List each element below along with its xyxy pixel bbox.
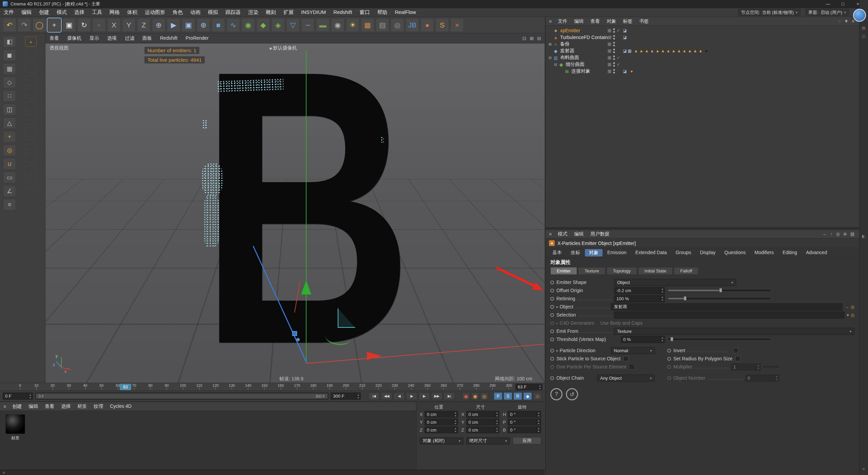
- spinner-arrows-icon[interactable]: ▲▼: [453, 411, 458, 417]
- attribute-tab[interactable]: Advanced: [802, 249, 831, 256]
- object-tags[interactable]: ◪: [623, 69, 628, 74]
- coordinate-field[interactable]: 0 ° ▲▼: [508, 419, 541, 425]
- object-row-cloth-surface[interactable]: ⊟ ▥ 布料曲面 ✓: [546, 54, 859, 61]
- material-list[interactable]: 材质: [0, 411, 416, 470]
- anim-dot-icon[interactable]: [667, 349, 671, 353]
- spinner-arrows-icon[interactable]: ▲▼: [494, 411, 499, 417]
- x-axis-lock-icon[interactable]: X: [107, 18, 121, 32]
- enable-check-icon[interactable]: ✓: [617, 62, 622, 67]
- offset-origin-field[interactable]: -0.2 cm ▲▼: [614, 287, 665, 294]
- record-keyframe-button[interactable]: ◉: [462, 392, 470, 400]
- object-manager-menu-item[interactable]: 文件: [554, 18, 571, 24]
- object-label[interactable]: 细分曲面: [566, 61, 585, 68]
- panel-menu-icon[interactable]: ≡: [3, 404, 6, 409]
- spinner-arrows-icon[interactable]: ▲▼: [453, 427, 458, 433]
- menu-item[interactable]: 模拟: [204, 9, 222, 16]
- palette-slot[interactable]: [25, 101, 37, 111]
- array-icon[interactable]: ▤: [376, 18, 389, 32]
- layout-tab-icon[interactable]: ≡: [861, 467, 866, 471]
- material-name[interactable]: 材质: [5, 435, 25, 441]
- viewport-menu-item[interactable]: 选项: [103, 35, 121, 41]
- history-back-icon[interactable]: ←: [823, 231, 827, 236]
- chevron-down-icon[interactable]: ▾: [847, 312, 849, 318]
- edges-mode-icon[interactable]: ◫: [3, 104, 16, 115]
- spinner-arrows-icon[interactable]: ▲▼: [536, 411, 541, 417]
- visibility-dots-icon[interactable]: [613, 35, 615, 40]
- palette-slot[interactable]: [25, 166, 37, 176]
- viewport-menu-item[interactable]: 显示: [85, 35, 103, 41]
- redo-icon[interactable]: ↷: [18, 18, 31, 32]
- menu-item[interactable]: 体积: [123, 9, 141, 16]
- material-thumbnail[interactable]: [5, 414, 25, 434]
- expander-toggle[interactable]: ⊟: [553, 62, 558, 67]
- anim-dot-icon[interactable]: [550, 329, 554, 333]
- menu-item[interactable]: 运动图形: [141, 9, 169, 16]
- coordinate-field[interactable]: 0 cm ▲▼: [425, 426, 458, 433]
- palette-slot[interactable]: [25, 114, 37, 124]
- menu-item[interactable]: 跟踪器: [222, 9, 244, 16]
- attribute-menu-item[interactable]: 编辑: [571, 231, 587, 237]
- retiming-slider[interactable]: [668, 296, 770, 301]
- anim-dot-icon[interactable]: [550, 289, 554, 292]
- points-mode-icon[interactable]: ∷: [3, 90, 16, 102]
- spinner-arrows-icon[interactable]: ▲▼: [536, 427, 541, 433]
- object-tags[interactable]: ◪▦: [623, 49, 633, 53]
- layout-tab-icon[interactable]: ▤: [861, 26, 866, 30]
- xparticles-icon[interactable]: ×: [450, 18, 464, 32]
- account-avatar-icon[interactable]: [853, 9, 866, 22]
- autokeying-button[interactable]: ◉: [471, 392, 479, 400]
- menu-item[interactable]: 动画: [186, 9, 204, 16]
- subdivision-surface-icon[interactable]: ◉: [241, 18, 255, 32]
- coordinate-field[interactable]: 0 ° ▲▼: [508, 411, 541, 418]
- material-tag[interactable]: ●: [630, 69, 633, 74]
- rotate-tool-icon[interactable]: ↻: [77, 18, 91, 32]
- attribute-tab[interactable]: Emission: [603, 249, 631, 256]
- fields-icon[interactable]: ▽: [286, 18, 300, 32]
- menu-item[interactable]: 渲染: [244, 9, 262, 16]
- expand-arrow-icon[interactable]: ▸: [556, 321, 558, 325]
- goto-start-button[interactable]: |◀: [368, 392, 380, 400]
- coordinate-mode-dropdown[interactable]: 对象 (相对)▾: [420, 437, 463, 444]
- jb-plugin-icon[interactable]: JB: [406, 18, 419, 32]
- layer-swatch[interactable]: [608, 42, 611, 46]
- y-axis-handle-icon[interactable]: [301, 280, 311, 294]
- panel-splitter[interactable]: [546, 227, 859, 230]
- panel-menu-icon[interactable]: ≡: [549, 19, 552, 24]
- anim-dot-icon[interactable]: [550, 281, 554, 284]
- light-icon[interactable]: ☀: [346, 18, 359, 32]
- material-menu-item[interactable]: 编辑: [25, 403, 41, 410]
- object-row-subdivision[interactable]: ⊟ ◉ 细分曲面 ✓: [546, 61, 859, 68]
- object-manager-menu-item[interactable]: 查看: [587, 18, 603, 24]
- palette-slot[interactable]: [25, 140, 37, 150]
- set-radius-checkbox[interactable]: [735, 356, 741, 361]
- spinner-arrows-icon[interactable]: ▲▼: [660, 336, 665, 342]
- threshold-slider[interactable]: [668, 337, 770, 342]
- menu-item[interactable]: RealFlow: [391, 9, 420, 16]
- current-frame-marker[interactable]: 63: [120, 384, 131, 390]
- object-label[interactable]: TurbulenceFD Container: [560, 35, 612, 40]
- lock-workplane-icon[interactable]: ▭: [3, 172, 16, 183]
- palette-slot[interactable]: [25, 75, 37, 86]
- layer-swatch[interactable]: [608, 36, 611, 39]
- retiming-field[interactable]: 100 % ▲▼: [614, 295, 665, 302]
- coordinate-field[interactable]: 0 cm ▲▼: [466, 411, 500, 418]
- camera-icon[interactable]: ◉: [331, 18, 344, 32]
- anim-dot-icon[interactable]: [550, 349, 554, 353]
- material-menu-item[interactable]: 创建: [9, 403, 25, 410]
- material-menu-item[interactable]: 查看: [41, 403, 58, 410]
- object-tags[interactable]: ◪: [623, 35, 628, 40]
- status-menu-icon[interactable]: ≡: [3, 471, 5, 475]
- settings-icon[interactable]: ⊛: [843, 231, 847, 236]
- quantize-icon[interactable]: ∠: [3, 185, 16, 197]
- attribute-menu-item[interactable]: 模式: [554, 231, 571, 237]
- history-up-icon[interactable]: ↑: [830, 231, 833, 236]
- visibility-dots-icon[interactable]: [613, 28, 615, 33]
- texture-mode-icon[interactable]: ▦: [3, 63, 16, 75]
- motion-tracker-icon[interactable]: ◎: [391, 18, 404, 32]
- palette-slot[interactable]: [25, 178, 37, 189]
- attribute-tab[interactable]: 对象: [585, 249, 603, 256]
- goto-end-button[interactable]: ▶|: [443, 392, 455, 400]
- material-tag[interactable]: ●: [705, 49, 708, 53]
- emitter-subtab[interactable]: Initial State: [638, 267, 673, 275]
- coordinate-system-icon[interactable]: ⊕: [152, 18, 165, 32]
